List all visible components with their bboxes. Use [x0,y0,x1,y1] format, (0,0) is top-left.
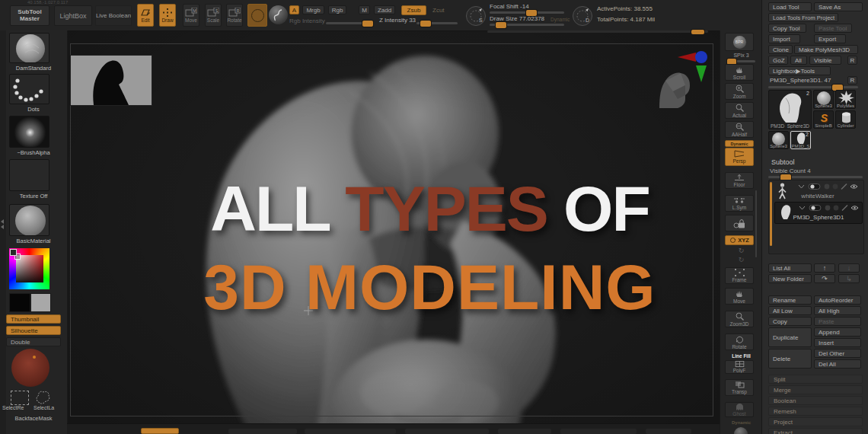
frame-button[interactable]: Frame [725,267,754,284]
focal-shift-slider[interactable] [490,11,564,14]
save-as-button[interactable]: Save As [814,2,863,11]
duplicate-button[interactable]: Duplicate [768,327,812,347]
tool-thumb-sphere2[interactable]: Sphere3 [768,131,789,149]
move-down-button[interactable]: ↓ [838,263,860,273]
tool-thumb-cylinder[interactable]: Cylinder [835,110,856,129]
lightbox-tools-button[interactable]: Lightbox▶Tools [768,66,831,75]
bottom-slot[interactable] [498,429,551,434]
spix-slider[interactable] [726,60,755,62]
paste-button[interactable]: Paste [814,317,861,326]
stroke-selector-icon[interactable]: S [466,6,486,26]
bottom-slot[interactable] [305,429,396,434]
mrgb-button[interactable]: Mrgb [302,5,324,14]
zcut-label[interactable]: Zcut [432,7,445,14]
delete-button[interactable]: Delete [768,349,812,369]
del-all-button[interactable]: Del All [814,359,861,369]
select-lasso-icon[interactable] [34,389,52,405]
stroke-type-sphere-icon[interactable] [269,5,288,24]
silhouette-preview[interactable] [70,55,152,106]
draw-size-slider[interactable] [490,24,564,26]
tool-thumb-selected[interactable]: 2 PM3D_S [790,131,811,149]
draw-size-slider-thumb[interactable] [496,22,506,28]
visible-count-slider[interactable] [768,176,863,178]
section-boolean[interactable]: Boolean [768,396,863,405]
make-polymesh3d-button[interactable]: Make PolyMesh3D [794,45,858,54]
actual-button[interactable]: Actual [725,102,754,119]
zoom3d-button[interactable]: Zoom3D [725,311,754,327]
section-split[interactable]: Split [768,375,863,384]
section-merge[interactable]: Merge [768,385,863,394]
append-button[interactable]: Append [814,327,861,337]
subtool-name-selected[interactable]: PM3D_Sphere3D1 [775,214,862,221]
ghost-button[interactable]: Ghost [725,402,754,417]
export-button[interactable]: Export [814,34,846,43]
bpr-render-button[interactable]: BPR [725,33,754,51]
current-alpha-button[interactable] [247,4,267,27]
bottom-orange-button[interactable] [141,428,179,434]
subtool-master-button[interactable]: SubTool Master [10,5,49,26]
current-tool-r-button[interactable]: R [847,76,857,85]
tool-thumb-main[interactable]: 2 PM3D_Sphere3D [768,90,812,129]
rgb-intensity-slider[interactable] [326,22,373,24]
floor-button[interactable]: Floor [725,172,754,189]
canvas[interactable]: ALL TYPES OF 3D MODELING [67,30,720,434]
visible-button[interactable]: Visible [809,56,841,65]
rgb-button[interactable]: Rgb [328,5,346,14]
tool-thumb-star[interactable]: PolyMes [835,90,856,109]
all-low-button[interactable]: All Low [768,306,812,315]
section-project[interactable]: Project [768,417,863,426]
new-folder-button[interactable]: New Folder [768,274,812,283]
alpha-selector-icon[interactable]: D [573,6,592,26]
bottom-slot[interactable] [560,429,637,434]
subtool-name[interactable]: whiteWalker [774,193,861,199]
polyframe-button[interactable]: PolyF [725,360,754,374]
xyz-rotation-button[interactable]: XYZ [725,235,754,245]
transp-button[interactable]: Transp [725,379,754,396]
dynamic-persp-toggle[interactable]: Dynamic [725,140,754,147]
brush-thumbnail[interactable] [9,33,49,63]
draw-button[interactable]: Draw [159,4,176,27]
dynamic-sphere-icon[interactable] [734,427,748,434]
stroke-thumbnail[interactable] [9,74,49,104]
select-rect-icon[interactable] [11,391,29,405]
bottom-slot[interactable] [228,429,297,434]
clone-button[interactable]: Clone [768,45,793,54]
zadd-button[interactable]: Zadd [374,5,395,14]
rgb-intensity-slider-thumb[interactable] [362,21,373,27]
preview-render-sphere[interactable] [11,349,49,387]
subtool-row-whitewalker[interactable]: whiteWalker [774,181,861,202]
move-up-button[interactable]: ↑ [814,263,835,273]
aahalf-button[interactable]: AAHalf [725,121,754,138]
z-intensity-slider-thumb[interactable] [420,21,431,27]
lightbox-button[interactable]: LightBox [54,5,92,26]
scroll-button[interactable]: Scroll [725,64,754,81]
current-tool-slider[interactable] [768,86,858,88]
scale-button[interactable]: S Scale [205,4,222,27]
auto-reorder-button[interactable]: AutoReorder [814,295,861,305]
all-high-button[interactable]: All High [814,306,861,315]
edit-button[interactable]: Edit [137,4,154,27]
preview-light-dot[interactable] [33,356,36,359]
copy-tool-button[interactable]: Copy Tool [768,24,806,33]
import-button[interactable]: Import [768,34,800,43]
all-button[interactable]: All [790,56,807,65]
subtool-row-icons[interactable] [796,183,860,190]
dynamic-label[interactable]: Dynamic [550,17,570,22]
right-shelf-scrollbar[interactable] [755,190,757,257]
move-nav-button[interactable]: Move [725,288,754,305]
local-pivot-button[interactable] [725,215,754,231]
subtool-row-selected[interactable]: PM3D_Sphere3D1 [774,202,863,224]
a-toggle-button[interactable]: A [289,5,299,14]
load-tools-from-project-button[interactable]: Load Tools From Project [768,13,838,22]
section-remesh[interactable]: Remesh [768,407,863,416]
move-button[interactable]: M Move [183,4,199,27]
goz-r-button[interactable]: R [847,56,857,65]
subtool-header[interactable]: Subtool [771,158,795,166]
color-swatch-corner[interactable] [10,249,17,256]
material-thumbnail[interactable] [9,204,49,236]
folder-redo-button[interactable]: ↷ [814,274,835,283]
copy-button[interactable]: Copy [768,317,812,326]
goz-button[interactable]: GoZ [768,56,788,65]
tray-collapse-arrows-icon[interactable] [1,219,5,231]
subtool-list-scrollbar[interactable] [770,182,772,246]
